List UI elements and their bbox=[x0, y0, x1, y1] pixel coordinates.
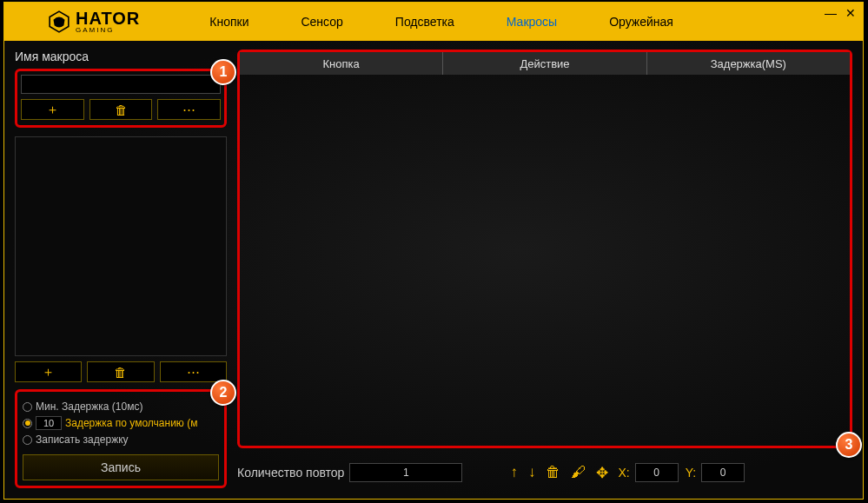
app-window: HATOR GAMING Кнопки Сенсор Подсветка Мак… bbox=[3, 2, 864, 500]
arrow-down-icon: ↓ bbox=[528, 464, 536, 480]
tab-macros[interactable]: Макросы bbox=[480, 3, 583, 41]
arrow-up-icon: ↑ bbox=[510, 464, 518, 480]
radio-min-delay[interactable]: Мин. Задержка (10мс) bbox=[23, 400, 219, 413]
add-macro-button[interactable]: ＋ bbox=[21, 99, 84, 120]
radio-icon bbox=[23, 402, 32, 412]
radio-record-delay-label: Записать задержку bbox=[36, 434, 129, 446]
macro-name-input[interactable] bbox=[21, 75, 221, 94]
edit-button[interactable]: 🖌 bbox=[568, 464, 588, 481]
brand-sub: GAMING bbox=[76, 27, 140, 34]
move-cursor-button[interactable]: ✥ bbox=[593, 464, 611, 482]
titlebar: HATOR GAMING Кнопки Сенсор Подсветка Мак… bbox=[4, 3, 863, 41]
default-delay-input[interactable] bbox=[36, 416, 62, 430]
x-input[interactable] bbox=[635, 463, 679, 482]
repeat-count-label: Количество повтор bbox=[237, 466, 344, 480]
callout-1: 1 bbox=[210, 59, 236, 85]
brand-logo: HATOR GAMING bbox=[48, 10, 140, 34]
radio-record-delay[interactable]: Записать задержку bbox=[23, 434, 219, 446]
trash-icon: 🗑 bbox=[114, 365, 127, 380]
macro-list[interactable] bbox=[15, 136, 227, 356]
macro-name-label: Имя макроса bbox=[15, 50, 227, 63]
bottom-bar: Количество повтор ↑ ↓ 🗑 🖌 ✥ X: Y: bbox=[237, 457, 852, 488]
dots-icon: ⋯ bbox=[187, 364, 200, 380]
logo-icon bbox=[48, 10, 70, 33]
plus-icon: ＋ bbox=[46, 102, 59, 118]
macro-list-buttons: ＋ 🗑 ⋯ bbox=[15, 361, 227, 382]
y-label: Y: bbox=[686, 466, 696, 480]
record-button[interactable]: Запись bbox=[23, 454, 219, 480]
col-button: Кнопка bbox=[240, 52, 443, 75]
trash-icon: 🗑 bbox=[115, 103, 128, 117]
tab-buttons[interactable]: Кнопки bbox=[183, 3, 275, 41]
col-action: Действие bbox=[443, 52, 646, 75]
callout-2: 2 bbox=[210, 380, 236, 406]
content-area: Имя макроса ＋ 🗑 ⋯ 1 ＋ 🗑 ⋯ Мин. Зад bbox=[4, 41, 863, 499]
macro-name-buttons: ＋ 🗑 ⋯ bbox=[21, 99, 221, 120]
move-down-button[interactable]: ↓ bbox=[526, 464, 539, 481]
tab-armory[interactable]: Оружейная bbox=[583, 3, 699, 41]
x-label: X: bbox=[618, 466, 629, 480]
dots-icon: ⋯ bbox=[182, 102, 195, 117]
brand-name: HATOR bbox=[76, 10, 140, 27]
add-step-button[interactable]: ＋ bbox=[15, 361, 82, 382]
radio-min-delay-label: Мин. Задержка (10мс) bbox=[36, 400, 142, 413]
window-controls: — ✕ bbox=[825, 6, 856, 20]
macro-table: Кнопка Действие Задержка(MS) 3 bbox=[237, 50, 852, 448]
more-step-button[interactable]: ⋯ bbox=[160, 361, 227, 382]
delete-macro-button[interactable]: 🗑 bbox=[89, 99, 153, 120]
more-macro-button[interactable]: ⋯ bbox=[157, 99, 221, 120]
main-tabs: Кнопки Сенсор Подсветка Макросы Оружейна… bbox=[183, 3, 699, 41]
trash-icon: 🗑 bbox=[546, 464, 560, 480]
delay-options-box: Мин. Задержка (10мс) Задержка по умолчан… bbox=[15, 389, 227, 488]
tab-lighting[interactable]: Подсветка bbox=[369, 3, 480, 41]
close-button[interactable]: ✕ bbox=[845, 6, 856, 20]
callout-3: 3 bbox=[836, 432, 862, 458]
tab-sensor[interactable]: Сенсор bbox=[275, 3, 368, 41]
right-column: Кнопка Действие Задержка(MS) 3 Количеств… bbox=[237, 50, 852, 488]
macro-name-box: ＋ 🗑 ⋯ 1 bbox=[15, 69, 227, 128]
plus-icon: ＋ bbox=[42, 364, 55, 381]
y-input[interactable] bbox=[701, 463, 745, 482]
repeat-count-input[interactable] bbox=[349, 463, 462, 482]
minimize-button[interactable]: — bbox=[825, 6, 837, 20]
move-up-button[interactable]: ↑ bbox=[507, 464, 520, 481]
brush-icon: 🖌 bbox=[571, 464, 586, 480]
table-body[interactable] bbox=[240, 75, 850, 446]
radio-default-delay[interactable]: Задержка по умолчанию (м bbox=[23, 416, 219, 430]
radio-default-delay-label: Задержка по умолчанию (м bbox=[65, 417, 197, 429]
table-header: Кнопка Действие Задержка(MS) bbox=[240, 52, 850, 75]
radio-icon bbox=[23, 419, 32, 428]
left-column: Имя макроса ＋ 🗑 ⋯ 1 ＋ 🗑 ⋯ Мин. Зад bbox=[15, 50, 227, 488]
col-delay: Задержка(MS) bbox=[647, 52, 850, 75]
delete-step-button[interactable]: 🗑 bbox=[87, 361, 154, 382]
move-icon: ✥ bbox=[596, 465, 608, 481]
delete-row-button[interactable]: 🗑 bbox=[543, 464, 563, 481]
radio-icon bbox=[23, 435, 32, 445]
